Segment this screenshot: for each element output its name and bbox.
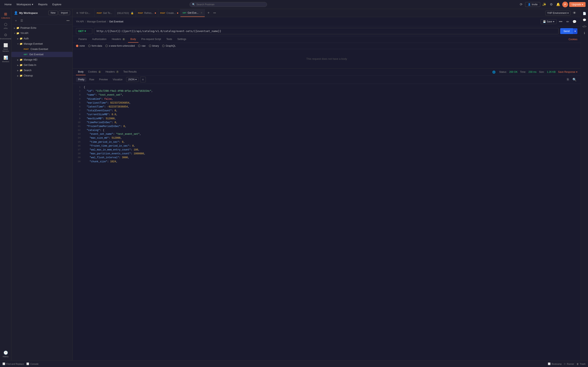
- response-tab-cookies[interactable]: Cookies 1: [86, 69, 103, 75]
- nav-home[interactable]: Home: [2, 2, 14, 7]
- response-tab-test-results[interactable]: Test Results: [121, 69, 139, 75]
- tree-item-get-data-in[interactable]: ▶ 📁 Get Data In: [11, 62, 72, 68]
- sidebar-item-environments[interactable]: ⊙ Environments: [1, 31, 10, 41]
- search-bar[interactable]: 🔍: [190, 2, 267, 7]
- breadcrumb-folder[interactable]: Manage Eventset: [87, 20, 106, 23]
- wrap-button[interactable]: ≡: [140, 77, 146, 82]
- nav-workspaces[interactable]: Workspaces ▾: [15, 2, 35, 7]
- send-dropdown-button[interactable]: ▾: [573, 28, 577, 34]
- tab-more-button[interactable]: •••: [212, 10, 217, 16]
- edit-icon[interactable]: ✏: [565, 19, 571, 25]
- tree-item-search[interactable]: ▶ 📁 Search: [11, 68, 72, 73]
- avatar[interactable]: P: [562, 2, 568, 7]
- radio-none[interactable]: none: [76, 44, 85, 47]
- tab-close-button[interactable]: ✕: [200, 11, 203, 14]
- tree-item-postman-echo[interactable]: ▶ 📁 Postman Echo: [11, 25, 72, 31]
- tab-get-eventset[interactable]: GET Get Eve... ✕: [181, 9, 205, 17]
- search-input[interactable]: [196, 3, 264, 6]
- tab-authorization[interactable]: Authorization: [90, 36, 109, 43]
- tab-body[interactable]: Body: [128, 36, 138, 43]
- radio-urlencoded[interactable]: x-www-form-urlencoded: [105, 44, 135, 47]
- sidebar-item-apis[interactable]: ⬡ APIs: [1, 21, 10, 31]
- comment-icon[interactable]: 💬: [572, 19, 577, 25]
- tab-deleted[interactable]: [DELETED] 🔒: [115, 9, 136, 17]
- tree-item-yh-api[interactable]: ▼ 📁 YH API: [11, 31, 72, 36]
- folder-icon: 📁: [20, 58, 23, 61]
- search-response-icon[interactable]: 🔍: [572, 77, 577, 82]
- new-tab-button[interactable]: +: [206, 10, 211, 16]
- json-format-selector[interactable]: JSON ▾: [126, 77, 138, 82]
- url-input[interactable]: [94, 28, 559, 34]
- tree-item-auth[interactable]: ▶ 📁 Auth: [11, 36, 72, 41]
- method-selector[interactable]: GET ▾: [76, 28, 92, 34]
- folder-icon: 📁: [20, 64, 23, 67]
- tree-item-manage-eventset[interactable]: ▼ 📁 Manage Eventset: [11, 41, 72, 47]
- sidebar-item-monitors[interactable]: 📊 Monitors: [1, 54, 10, 64]
- docs-icon[interactable]: 📄: [582, 11, 587, 16]
- tab-method-post: POST: [97, 12, 102, 14]
- settings-icon[interactable]: ⚙: [548, 2, 554, 7]
- tab-tests[interactable]: Tests: [164, 36, 174, 43]
- environment-selector[interactable]: YHP Environment ▾: [545, 11, 571, 16]
- save-button[interactable]: 💾 Save ▾: [541, 19, 557, 24]
- radio-raw[interactable]: raw: [138, 44, 145, 47]
- sparkle-icon[interactable]: ✨: [541, 2, 547, 7]
- bootcamp-button[interactable]: ⬜ Bootcamp: [548, 363, 562, 365]
- nav-reports[interactable]: Reports: [36, 2, 50, 7]
- import-button[interactable]: Import: [59, 11, 70, 15]
- tab-create[interactable]: POST Create...: [158, 9, 181, 17]
- save-response-button[interactable]: Save Response ▾: [558, 71, 577, 73]
- sync-icon[interactable]: ⟳: [518, 2, 524, 7]
- upgrade-button[interactable]: Upgrade ▾: [569, 2, 586, 7]
- json-line-2: 2 "id": "115c7290-f4e2-4f00-bf1e-a79e716…: [73, 89, 581, 93]
- new-button[interactable]: New: [48, 11, 58, 15]
- radio-graphql[interactable]: GraphQL: [162, 44, 176, 47]
- add-collection-button[interactable]: +: [13, 18, 18, 23]
- tab-settings[interactable]: Settings: [175, 36, 189, 43]
- chevron-right-icon: ▶: [16, 59, 20, 61]
- radio-form-data[interactable]: form-data: [88, 44, 102, 47]
- tree-item-manage-hei[interactable]: ▶ 📁 Manage HEI: [11, 57, 72, 62]
- response-tab-body[interactable]: Body: [76, 69, 86, 75]
- breadcrumb-api[interactable]: YH API: [76, 20, 84, 23]
- tab-get-to[interactable]: POST Get To...: [95, 9, 115, 17]
- tab-headers[interactable]: Headers 8: [109, 36, 127, 43]
- bell-icon[interactable]: 🔔: [555, 2, 561, 7]
- sort-icon[interactable]: ☰: [19, 18, 24, 23]
- more-options-icon[interactable]: •••: [66, 18, 70, 23]
- sidebar-item-collections[interactable]: ⊞ Collections: [1, 11, 10, 20]
- send-button[interactable]: Send: [560, 28, 573, 34]
- cookies-link[interactable]: Cookies: [569, 36, 577, 42]
- response-tab-headers[interactable]: Headers 7: [104, 69, 121, 75]
- find-replace-button[interactable]: ⬜ Find and Replace: [2, 363, 24, 365]
- code-icon[interactable]: </>: [582, 24, 587, 29]
- nav-explore[interactable]: Explore: [51, 2, 63, 7]
- json-body: 1 { 2 "id": "115c7290-f4e2-4f00-bf1e-a79…: [73, 84, 581, 360]
- sidebar-item-mock-servers[interactable]: ⬜ Mock Servers: [1, 42, 10, 53]
- tree-item-create-eventset[interactable]: POST Create Eventset: [11, 47, 72, 52]
- copy-icon[interactable]: ⎘: [565, 77, 571, 82]
- save-more-button[interactable]: •••: [558, 19, 563, 25]
- tab-yhp-env[interactable]: ⊙ YHP En...: [74, 9, 95, 17]
- tab-params[interactable]: Params: [76, 36, 89, 43]
- trash-button[interactable]: 🗑 Trash: [577, 363, 586, 365]
- fmt-preview[interactable]: Preview: [97, 77, 110, 82]
- fmt-raw[interactable]: Raw: [87, 77, 96, 82]
- eye-icon[interactable]: 👁: [572, 10, 577, 16]
- globe-icon[interactable]: 🌐: [491, 69, 497, 75]
- radio-binary[interactable]: binary: [149, 44, 159, 47]
- url-bar: GET ▾ Send ▾: [73, 26, 581, 36]
- fmt-pretty[interactable]: Pretty: [76, 77, 86, 82]
- fmt-visualize[interactable]: Visualize: [111, 77, 125, 82]
- tab-refresh[interactable]: POST Refres...: [136, 9, 158, 17]
- tree-item-cleanup[interactable]: ▶ 📁 Cleanup: [11, 73, 72, 78]
- deleted-icon: 🔒: [131, 12, 134, 15]
- invite-button[interactable]: 👤 Invite: [525, 2, 540, 7]
- console-button[interactable]: ⬜ Console: [26, 363, 38, 365]
- tab-pre-request[interactable]: Pre-request Script: [139, 36, 164, 43]
- runner-button[interactable]: ▷ Runner: [564, 363, 574, 365]
- info-icon[interactable]: ℹ: [582, 30, 587, 36]
- sidebar-item-history[interactable]: 🕐 History: [1, 349, 10, 359]
- comments-icon[interactable]: 💬: [582, 17, 587, 23]
- tree-item-get-eventset[interactable]: GET Get Eventset: [11, 52, 72, 57]
